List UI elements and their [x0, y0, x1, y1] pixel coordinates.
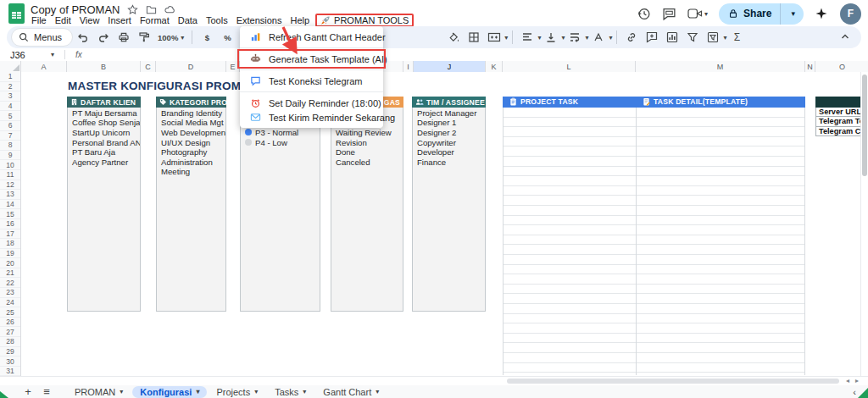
- list-item[interactable]: StartUp Unicorn: [68, 128, 140, 138]
- horizontal-align-caret-icon[interactable]: ▾: [537, 34, 541, 41]
- avatar[interactable]: F: [840, 3, 861, 25]
- column-header-K[interactable]: K: [486, 61, 503, 72]
- list-item[interactable]: Designer 2: [413, 128, 485, 138]
- list-item[interactable]: Web Development: [157, 128, 225, 138]
- menu-item-test-kirim-reminder-sekarang[interactable]: Test Kirim Reminder Sekarang: [240, 110, 383, 124]
- row-header-29[interactable]: 29: [0, 347, 20, 357]
- name-box[interactable]: J36 ▾: [0, 50, 59, 60]
- row-header-22[interactable]: 22: [0, 278, 20, 288]
- vertical-scrollbar-thumb[interactable]: [862, 75, 867, 176]
- row-header-21[interactable]: 21: [0, 268, 20, 279]
- row-header-25[interactable]: 25: [0, 307, 20, 318]
- list-item[interactable]: Developer: [413, 147, 485, 158]
- row-header-12[interactable]: 12: [0, 180, 20, 191]
- list-item[interactable]: Meeting: [157, 167, 225, 177]
- row-header-17[interactable]: 17: [0, 229, 20, 240]
- menu-file[interactable]: File: [27, 14, 51, 26]
- task-column-header-task-detail[interactable]: TASK DETAIL(TEMPLATE): [636, 97, 805, 108]
- list-item[interactable]: P4 - Low: [241, 137, 320, 147]
- share-caret-icon[interactable]: ▾: [786, 9, 800, 18]
- scroll-right-arrow-icon[interactable]: ▸: [855, 377, 859, 384]
- insert-chart-button[interactable]: [663, 29, 682, 46]
- row-header-31[interactable]: 31: [0, 367, 20, 376]
- comment-history-icon[interactable]: [662, 7, 676, 21]
- add-sheet-button[interactable]: +: [19, 386, 37, 398]
- horizontal-align-button[interactable]: [518, 29, 537, 46]
- sheet-tab-gantt-chart[interactable]: Gantt Chart▾: [315, 386, 387, 398]
- menus-search-button[interactable]: Menus: [11, 28, 73, 47]
- sheet-tab-proman[interactable]: PROMAN▾: [67, 386, 131, 398]
- borders-button[interactable]: [465, 29, 483, 46]
- menu-edit[interactable]: Edit: [51, 14, 75, 26]
- row-header-10[interactable]: 10: [0, 160, 20, 170]
- column-header-A[interactable]: A: [21, 61, 67, 72]
- row-header-2[interactable]: 2: [0, 82, 20, 92]
- side-panel-collapse-icon[interactable]: ‹: [853, 387, 856, 397]
- menu-item-generate-task-template-ai[interactable]: Generate Task Template (AI): [240, 52, 383, 66]
- list-item[interactable]: Administration: [157, 158, 225, 168]
- section-header-daftar-klien[interactable]: DAFTAR KLIEN: [67, 97, 141, 108]
- menu-insert[interactable]: Insert: [103, 14, 136, 26]
- list-item[interactable]: Branding Identity: [157, 108, 225, 119]
- row-header-11[interactable]: 11: [0, 170, 20, 180]
- all-sheets-button[interactable]: ≡: [37, 386, 56, 398]
- row-header-3[interactable]: 3: [0, 91, 20, 102]
- column-header-B[interactable]: B: [67, 61, 141, 72]
- section-header-tim-assignee[interactable]: TIM / ASSIGNEE: [412, 97, 486, 108]
- zoom-select[interactable]: 100% ▾: [154, 33, 187, 42]
- menu-item-refresh-gantt-chart-header[interactable]: Refresh Gantt Chart Header: [240, 30, 383, 44]
- menu-view[interactable]: View: [75, 14, 104, 26]
- redo-button[interactable]: [94, 29, 113, 46]
- sheet-tab-tasks[interactable]: Tasks▾: [267, 386, 314, 398]
- sheet-tab-caret-icon[interactable]: ▾: [376, 388, 379, 395]
- text-wrap-button[interactable]: [565, 29, 584, 46]
- task-table-empty-rows[interactable]: [503, 108, 805, 376]
- row-header-28[interactable]: 28: [0, 337, 20, 347]
- row-header-16[interactable]: 16: [0, 219, 20, 229]
- merge-cells-button[interactable]: [485, 29, 504, 46]
- fill-color-button[interactable]: [444, 29, 463, 46]
- column-header-I[interactable]: I: [403, 61, 414, 72]
- text-wrap-caret-icon[interactable]: ▾: [585, 34, 588, 41]
- menu-item-set-daily-reminder-18-00[interactable]: Set Daily Reminder (18:00): [240, 96, 383, 110]
- hide-toolbar-caret-icon[interactable]: [839, 30, 853, 44]
- sheet-tab-caret-icon[interactable]: ▾: [196, 388, 199, 395]
- row-header-1[interactable]: 1: [0, 72, 20, 82]
- list-item[interactable]: Copywriter: [413, 137, 485, 147]
- menu-proman-tools[interactable]: PROMAN TOOLS: [315, 14, 414, 27]
- row-header-24[interactable]: 24: [0, 298, 20, 308]
- sheet-tab-caret-icon[interactable]: ▾: [120, 388, 123, 395]
- horizontal-scrollbar-thumb[interactable]: [507, 379, 839, 384]
- list-item[interactable]: Finance: [413, 158, 485, 168]
- list-item[interactable]: Project Manager: [413, 108, 485, 119]
- list-item[interactable]: Canceled: [331, 158, 403, 168]
- row-header-18[interactable]: 18: [0, 239, 20, 249]
- menu-tools[interactable]: Tools: [202, 14, 232, 26]
- version-history-icon[interactable]: [637, 7, 651, 21]
- vertical-align-caret-icon[interactable]: ▾: [561, 34, 565, 41]
- insert-comment-button[interactable]: [643, 29, 661, 46]
- text-rotation-button[interactable]: [589, 29, 608, 46]
- format-currency-button[interactable]: $: [198, 29, 216, 46]
- filter-views-button[interactable]: [704, 29, 722, 46]
- task-column-header-project-task[interactable]: PROJECT TASK: [503, 97, 636, 108]
- column-header-D[interactable]: D: [156, 61, 226, 72]
- undo-button[interactable]: [74, 29, 92, 46]
- menu-item-test-koneksi-telegram[interactable]: Test Koneksi Telegram: [240, 74, 383, 88]
- list-item[interactable]: Designer 1: [413, 118, 485, 128]
- column-header-L[interactable]: L: [503, 61, 636, 72]
- row-header-14[interactable]: 14: [0, 200, 20, 210]
- sheets-logo-icon[interactable]: [8, 3, 25, 24]
- list-item[interactable]: P3 - Normal: [241, 128, 320, 138]
- column-header-E[interactable]: E: [226, 61, 240, 72]
- row-header-5[interactable]: 5: [0, 111, 20, 121]
- column-header-M[interactable]: M: [636, 61, 805, 72]
- row-header-30[interactable]: 30: [0, 357, 20, 367]
- text-rotation-caret-icon[interactable]: ▾: [609, 34, 612, 41]
- row-header-26[interactable]: 26: [0, 318, 20, 328]
- spreadsheet-grid[interactable]: 1234567891011121314151617181920212223242…: [0, 72, 868, 376]
- list-item[interactable]: UI/UX Design: [157, 137, 225, 147]
- column-header-N[interactable]: N: [805, 61, 815, 72]
- row-header-27[interactable]: 27: [0, 327, 20, 337]
- functions-button[interactable]: Σ: [727, 29, 746, 46]
